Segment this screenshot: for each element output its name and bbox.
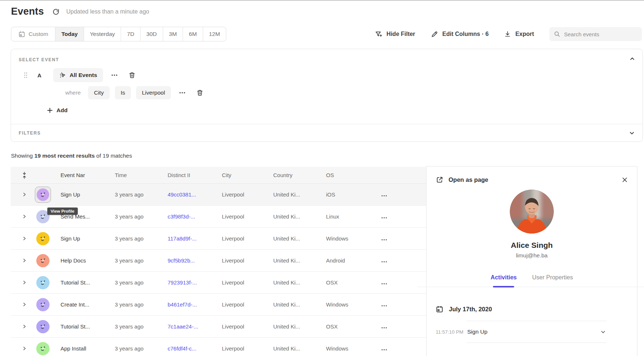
actions-cell bbox=[369, 213, 426, 220]
event-selector-button[interactable]: All Events bbox=[53, 68, 103, 82]
row-expand-chevron-icon[interactable] bbox=[11, 192, 31, 197]
row-more-options-button[interactable] bbox=[381, 195, 387, 197]
avatar-frame bbox=[35, 231, 51, 247]
country-cell: United Ki... bbox=[267, 301, 320, 308]
activity-event-expander[interactable]: Sign Up bbox=[466, 321, 607, 343]
query-builder-panel: SELECT EVENT A bbox=[11, 49, 643, 142]
distinct-id-link[interactable]: 49cc0381... bbox=[162, 191, 216, 198]
distinct-id-link[interactable]: 9cf5b92b... bbox=[162, 257, 216, 264]
avatar[interactable] bbox=[36, 342, 50, 355]
add-event-button[interactable]: Add bbox=[47, 107, 67, 114]
drag-handle-icon[interactable] bbox=[23, 72, 28, 78]
avatar[interactable] bbox=[36, 232, 50, 245]
avatar-cell bbox=[31, 319, 55, 335]
table-row[interactable]: Sign Up 3 years ago 49cc0381... Liverpoo… bbox=[11, 184, 426, 206]
column-header-city[interactable]: City bbox=[216, 172, 267, 178]
distinct-id-link[interactable]: c76fdf4f-c... bbox=[162, 345, 216, 352]
row-more-options-button[interactable] bbox=[381, 217, 387, 219]
where-clause-row: where City Is Liverpool bbox=[11, 86, 206, 100]
column-header-os[interactable]: OS bbox=[320, 172, 369, 178]
date-tab[interactable]: 7D bbox=[121, 27, 140, 41]
table-row[interactable]: Tutorial St... 3 years ago 7c1aae24-... … bbox=[11, 316, 426, 338]
profile-tab[interactable]: Activities bbox=[491, 274, 517, 287]
profile-tab-label: Activities bbox=[491, 274, 517, 280]
collapse-rows-icon[interactable] bbox=[11, 172, 31, 179]
distinct-id-link[interactable]: c3f98f3d-... bbox=[162, 213, 216, 220]
distinct-id-link[interactable]: 7c1aae24-... bbox=[162, 323, 216, 330]
country-cell: United Ki... bbox=[267, 345, 320, 352]
row-more-options-button[interactable] bbox=[381, 261, 387, 263]
date-tab-label: Today bbox=[61, 31, 78, 37]
row-more-options-button[interactable] bbox=[381, 349, 387, 351]
filter-property-chip[interactable]: City bbox=[88, 86, 110, 99]
download-icon bbox=[504, 30, 511, 38]
events-table: Event Nar Time Distinct II City Country … bbox=[11, 167, 426, 356]
event-selector-label: All Events bbox=[70, 72, 97, 78]
chevron-down-icon[interactable] bbox=[629, 130, 635, 136]
time-cell: 3 years ago bbox=[109, 257, 162, 264]
distinct-id-link[interactable]: b461ef7d-... bbox=[162, 301, 216, 308]
table-row[interactable]: Tutorial St... 3 years ago 7923913f-... … bbox=[11, 272, 426, 294]
column-header-country[interactable]: Country bbox=[267, 172, 320, 178]
profile-tab[interactable]: User Properties bbox=[532, 274, 573, 287]
date-tab-label: 12M bbox=[209, 31, 220, 37]
toolbar: Hide Filter Edit Columns · 6 bbox=[375, 27, 642, 41]
event-delete-trash-icon[interactable] bbox=[126, 69, 138, 81]
row-more-options-button[interactable] bbox=[381, 283, 387, 285]
table-row[interactable]: Sign Up 3 years ago 117a8d9f-... Liverpo… bbox=[11, 228, 426, 250]
table-row[interactable]: Create Int... 3 years ago b461ef7d-... L… bbox=[11, 294, 426, 316]
open-as-page-button[interactable]: Open as page bbox=[436, 176, 622, 184]
row-expand-chevron-icon[interactable] bbox=[11, 280, 31, 285]
avatar[interactable] bbox=[36, 320, 50, 333]
row-more-options-button[interactable] bbox=[381, 327, 387, 329]
row-more-options-button[interactable] bbox=[381, 305, 387, 307]
column-header-distinct-id[interactable]: Distinct II bbox=[162, 172, 216, 178]
hide-filter-button[interactable]: Hide Filter bbox=[375, 30, 415, 38]
date-tab[interactable]: 6M bbox=[183, 27, 203, 41]
date-tab-custom[interactable]: Custom bbox=[11, 27, 55, 41]
distinct-id-link[interactable]: 117a8d9f-... bbox=[162, 235, 216, 242]
filter-value-chip[interactable]: Liverpool bbox=[136, 86, 171, 99]
refresh-icon[interactable] bbox=[52, 8, 60, 16]
date-tab[interactable]: 3M bbox=[163, 27, 183, 41]
avatar[interactable] bbox=[36, 276, 50, 289]
filter-delete-trash-icon[interactable] bbox=[194, 87, 206, 99]
row-expand-chevron-icon[interactable] bbox=[11, 258, 31, 263]
search-input[interactable] bbox=[564, 31, 637, 37]
column-header-time[interactable]: Time bbox=[109, 172, 162, 178]
date-tab[interactable]: 30D bbox=[140, 27, 162, 41]
event-more-options-button[interactable] bbox=[108, 69, 121, 81]
row-expand-chevron-icon[interactable] bbox=[11, 324, 31, 329]
row-expand-chevron-icon[interactable] bbox=[11, 346, 31, 351]
chevron-down-icon[interactable] bbox=[600, 329, 606, 335]
updated-status: Updated less than a minute ago bbox=[66, 8, 149, 15]
city-cell: Liverpool bbox=[216, 213, 267, 220]
row-expand-chevron-icon[interactable] bbox=[11, 214, 31, 219]
edit-columns-button[interactable]: Edit Columns · 6 bbox=[431, 30, 489, 38]
date-tab[interactable]: Yesterday bbox=[84, 27, 121, 41]
avatar-frame bbox=[35, 319, 51, 335]
avatar[interactable] bbox=[36, 254, 50, 267]
date-tab-label: Custom bbox=[29, 31, 48, 37]
export-button[interactable]: Export bbox=[504, 30, 534, 38]
avatar-face-icon bbox=[38, 190, 48, 199]
row-expand-chevron-icon[interactable] bbox=[11, 236, 31, 241]
table-row[interactable]: App Install 3 years ago c76fdf4f-c... Li… bbox=[11, 338, 426, 356]
filter-operator-chip[interactable]: Is bbox=[115, 86, 131, 99]
table-row[interactable]: Help Docs 3 years ago 9cf5b92b... Liverp… bbox=[11, 250, 426, 272]
avatar[interactable] bbox=[36, 298, 50, 311]
filters-section[interactable]: FILTERS bbox=[11, 124, 643, 142]
chevron-up-icon[interactable] bbox=[629, 56, 635, 62]
date-tab[interactable]: Today bbox=[55, 27, 84, 41]
avatar[interactable] bbox=[37, 188, 49, 201]
distinct-id-link[interactable]: 7923913f-... bbox=[162, 279, 216, 286]
row-more-options-button[interactable] bbox=[381, 239, 387, 241]
close-icon[interactable] bbox=[622, 177, 628, 183]
city-cell: Liverpool bbox=[216, 301, 267, 308]
column-header-event-name[interactable]: Event Nar bbox=[55, 172, 109, 178]
date-tab[interactable]: 12M bbox=[203, 27, 226, 41]
row-expand-chevron-icon[interactable] bbox=[11, 302, 31, 307]
add-label: Add bbox=[56, 107, 67, 114]
city-cell: Liverpool bbox=[216, 279, 267, 286]
filter-more-options-button[interactable] bbox=[176, 87, 189, 99]
